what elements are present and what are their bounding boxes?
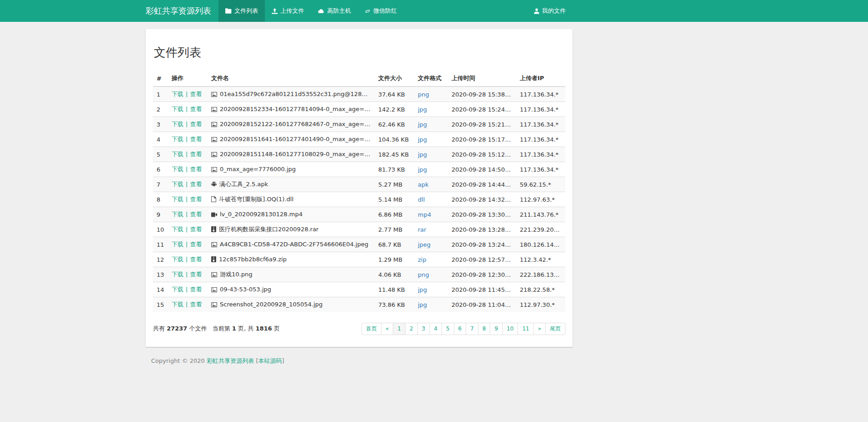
row-actions: 下载|查看 xyxy=(168,86,208,102)
file-format-link[interactable]: dll xyxy=(418,196,425,203)
uploader-ip: 218.22.58.* xyxy=(516,282,565,297)
pagination-page-7[interactable]: 7 xyxy=(466,323,478,335)
download-link[interactable]: 下载 xyxy=(172,166,183,173)
view-link[interactable]: 查看 xyxy=(190,136,202,142)
image-file-icon xyxy=(211,242,217,249)
summary-text: 页, xyxy=(238,325,246,332)
file-name: 20200928152122-1601277682467-0_max_age=7… xyxy=(220,121,375,127)
source-code-link[interactable]: 本站源码 xyxy=(258,357,282,364)
row-actions: 下载|查看 xyxy=(168,282,208,297)
view-link[interactable]: 查看 xyxy=(190,196,202,203)
pagination-page-8[interactable]: 8 xyxy=(478,323,491,335)
download-link[interactable]: 下载 xyxy=(172,211,183,218)
view-link[interactable]: 查看 xyxy=(190,121,202,127)
view-link[interactable]: 查看 xyxy=(190,256,202,263)
view-link[interactable]: 查看 xyxy=(190,226,202,233)
nav-my-files[interactable]: 我的文件 xyxy=(527,0,573,22)
pagination-next[interactable]: » xyxy=(533,323,546,335)
view-link[interactable]: 查看 xyxy=(190,91,202,97)
file-row: 10下载|查看医疗机构数据采集接口20200928.rar2.77 MBrar2… xyxy=(153,222,565,237)
file-format-link[interactable]: zip xyxy=(418,256,426,263)
file-format-cell: dll xyxy=(414,192,448,207)
pagination-first[interactable]: 首页 xyxy=(361,323,381,335)
download-link[interactable]: 下载 xyxy=(172,226,183,233)
download-link[interactable]: 下载 xyxy=(172,256,183,263)
row-filename-cell: 20200928152334-1601277814094-0_max_age=7… xyxy=(208,102,375,117)
file-format-link[interactable]: png xyxy=(418,271,429,278)
pagination-prev[interactable]: « xyxy=(381,323,393,335)
nav-item-label: 我的文件 xyxy=(542,7,566,15)
view-link[interactable]: 查看 xyxy=(190,211,202,218)
uploader-ip: 211.143.76.* xyxy=(516,207,565,222)
view-link[interactable]: 查看 xyxy=(190,181,202,188)
site-brand[interactable]: 彩虹共享资源列表 xyxy=(146,0,211,22)
file-list-card: 文件列表 #操作文件名文件大小文件格式上传时间上传者IP 1下载|查看01ea1… xyxy=(146,29,573,347)
uploader-ip: 112.97.63.* xyxy=(516,192,565,207)
view-link[interactable]: 查看 xyxy=(190,166,202,173)
row-actions: 下载|查看 xyxy=(168,222,208,237)
pagination-page-1[interactable]: 1 xyxy=(393,323,406,335)
file-format-link[interactable]: png xyxy=(418,91,429,98)
view-link[interactable]: 查看 xyxy=(190,106,202,112)
column-header-3: 文件大小 xyxy=(375,71,414,86)
view-link[interactable]: 查看 xyxy=(190,271,202,278)
download-link[interactable]: 下载 xyxy=(172,181,183,188)
file-name: 09-43-53-053.jpg xyxy=(220,286,271,293)
file-format-cell: png xyxy=(414,86,448,102)
pagination-page-10[interactable]: 10 xyxy=(502,323,518,335)
image-file-icon xyxy=(211,287,217,294)
file-format-link[interactable]: rar xyxy=(418,226,426,233)
upload-time: 2020-09-28 12:30:18 xyxy=(448,267,516,282)
pagination-page-6[interactable]: 6 xyxy=(454,323,467,335)
download-link[interactable]: 下载 xyxy=(172,286,183,293)
site-home-link[interactable]: 彩虹共享资源列表 xyxy=(207,357,254,364)
file-format-link[interactable]: jpg xyxy=(418,286,427,293)
file-format-link[interactable]: jpg xyxy=(418,166,427,173)
navbar-container: 彩虹共享资源列表 文件列表上传文件高防主机微信防红 我的文件 xyxy=(146,0,573,22)
file-format-link[interactable]: jpg xyxy=(418,301,427,308)
file-format-link[interactable]: jpeg xyxy=(418,241,431,248)
download-link[interactable]: 下载 xyxy=(172,241,183,248)
row-filename-cell: A4CB9CB1-CD58-472D-ABDC-2F7546606E04.jpe… xyxy=(208,237,375,252)
view-link[interactable]: 查看 xyxy=(190,151,202,158)
download-link[interactable]: 下载 xyxy=(172,91,183,97)
upload-time: 2020-09-28 12:57:00 xyxy=(448,252,516,267)
view-link[interactable]: 查看 xyxy=(190,301,202,308)
file-format-link[interactable]: mp4 xyxy=(418,211,431,218)
file-size: 73.86 KB xyxy=(375,297,414,312)
file-format-cell: mp4 xyxy=(414,207,448,222)
view-link[interactable]: 查看 xyxy=(190,241,202,248)
file-format-link[interactable]: jpg xyxy=(418,106,427,113)
pagination-last[interactable]: 尾页 xyxy=(545,323,565,335)
nav-upload-file[interactable]: 上传文件 xyxy=(265,0,311,22)
action-separator: | xyxy=(186,286,188,293)
file-format-link[interactable]: jpg xyxy=(418,151,427,158)
upload-icon xyxy=(272,8,278,14)
pagination-page-5[interactable]: 5 xyxy=(442,323,454,335)
nav-file-list[interactable]: 文件列表 xyxy=(218,0,265,22)
download-link[interactable]: 下载 xyxy=(172,106,183,112)
download-link[interactable]: 下载 xyxy=(172,121,183,127)
pagination-page-3[interactable]: 3 xyxy=(417,323,430,335)
pagination-page-9[interactable]: 9 xyxy=(490,323,503,335)
file-size: 62.46 KB xyxy=(375,117,414,132)
user-icon xyxy=(534,8,539,14)
file-size: 5.14 MB xyxy=(375,192,414,207)
pagination-page-11[interactable]: 11 xyxy=(518,323,533,335)
download-link[interactable]: 下载 xyxy=(172,136,183,142)
file-row: 8下载|查看斗破苍穹[重制版].OQ(1).dll5.14 MBdll2020-… xyxy=(153,192,565,207)
view-link[interactable]: 查看 xyxy=(190,286,202,293)
file-format-link[interactable]: jpg xyxy=(418,136,427,143)
download-link[interactable]: 下载 xyxy=(172,271,183,278)
pagination-page-2[interactable]: 2 xyxy=(405,323,418,335)
nav-ddos-host[interactable]: 高防主机 xyxy=(311,0,358,22)
file-format-link[interactable]: apk xyxy=(418,181,429,188)
nav-wechat-antiblock[interactable]: 微信防红 xyxy=(358,0,404,22)
download-link[interactable]: 下载 xyxy=(172,151,183,158)
download-link[interactable]: 下载 xyxy=(172,301,183,308)
file-name: 20200928151641-1601277401490-0_max_age=7… xyxy=(220,136,375,142)
pagination-page-4[interactable]: 4 xyxy=(429,323,442,335)
file-format-link[interactable]: jpg xyxy=(418,121,427,128)
row-index: 10 xyxy=(153,222,168,237)
download-link[interactable]: 下载 xyxy=(172,196,183,203)
